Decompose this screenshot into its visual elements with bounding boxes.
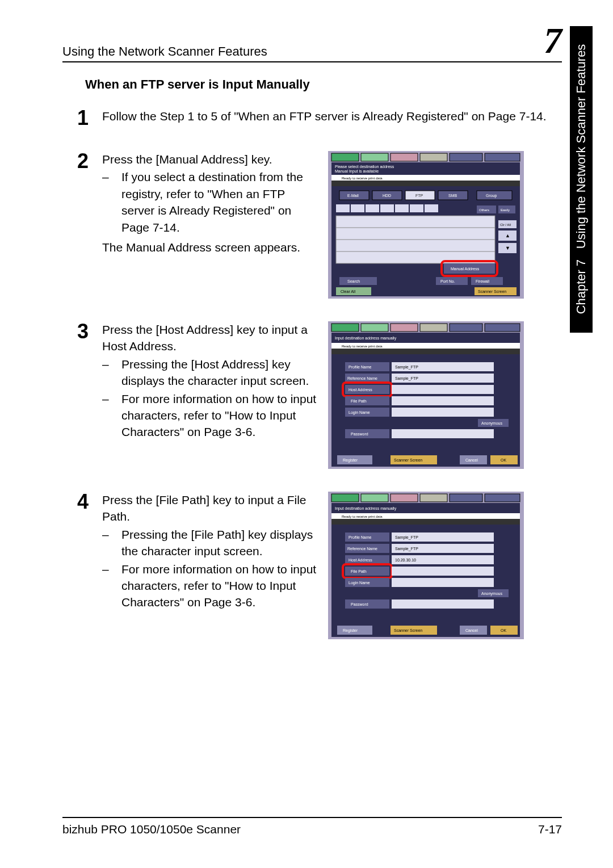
step-4-lead: Press the [File Path] key to input a Fil… xyxy=(102,492,318,525)
step-4-bullet-2: For more information on how to input cha… xyxy=(121,561,318,611)
svg-text:Reference Name: Reference Name xyxy=(347,547,377,551)
svg-rect-68 xyxy=(331,349,520,354)
step-2-tail: The Manual Address screen appears. xyxy=(102,239,318,255)
svg-rect-5 xyxy=(450,153,482,161)
svg-rect-102 xyxy=(331,494,359,502)
svg-text:Cancel: Cancel xyxy=(465,458,478,462)
svg-text:Ready to receive print data: Ready to receive print data xyxy=(342,177,383,180)
screenshot-manual-address: Please select destination address Manual… xyxy=(328,151,524,299)
svg-text:Ready to receive print data: Ready to receive print data xyxy=(342,345,383,348)
step-number: 4 xyxy=(62,492,89,639)
svg-rect-60 xyxy=(391,324,418,332)
svg-text:Manual Address: Manual Address xyxy=(451,267,480,271)
step-number: 1 xyxy=(62,108,89,128)
svg-text:Ready to receive print data: Ready to receive print data xyxy=(342,515,383,518)
svg-text:Anonymous: Anonymous xyxy=(481,592,502,596)
screenshot-file-path: Input destination address manually Ready… xyxy=(328,492,524,639)
svg-rect-6 xyxy=(485,153,520,161)
svg-rect-3 xyxy=(391,153,418,161)
step-3: 3 Press the [Host Address] key to input … xyxy=(62,321,562,469)
svg-rect-58 xyxy=(331,324,359,332)
svg-text:FTP: FTP xyxy=(415,194,423,198)
svg-rect-103 xyxy=(361,494,388,502)
svg-rect-26 xyxy=(380,204,394,212)
svg-text:Input destination address manu: Input destination address manually xyxy=(335,336,397,341)
svg-text:Input destination address manu: Input destination address manually xyxy=(335,506,397,511)
svg-text:Profile Name: Profile Name xyxy=(349,535,372,539)
svg-rect-86 xyxy=(392,408,494,417)
svg-rect-80 xyxy=(392,385,494,394)
svg-text:Sample_FTP: Sample_FTP xyxy=(395,535,418,540)
svg-rect-104 xyxy=(391,494,418,502)
svg-rect-131 xyxy=(392,578,494,587)
svg-text:Clr / All: Clr / All xyxy=(500,223,511,227)
svg-text:OK: OK xyxy=(501,458,506,462)
svg-text:Password: Password xyxy=(351,602,368,606)
svg-text:Register: Register xyxy=(343,458,358,463)
step-2-bullet-1: If you select a destination from the reg… xyxy=(121,169,318,236)
step-1-text: Follow the Step 1 to 5 of "When an FTP s… xyxy=(102,108,547,128)
footer-left: bizhub PRO 1050/1050e Scanner xyxy=(62,823,241,836)
step-3-lead: Press the [Host Address] key to input a … xyxy=(102,321,318,355)
svg-rect-29 xyxy=(425,204,438,212)
page-header: Using the Network Scanner Features 7 xyxy=(62,23,562,62)
svg-rect-83 xyxy=(392,396,494,405)
step-2-lead: Press the [Manual Address] key. xyxy=(102,151,318,167)
screenshot-host-address: Input destination address manually Ready… xyxy=(328,321,524,469)
svg-rect-2 xyxy=(361,153,388,161)
svg-rect-136 xyxy=(392,599,494,609)
svg-rect-59 xyxy=(361,324,388,332)
svg-rect-28 xyxy=(410,204,423,212)
step-4-bullet-1: Pressing the [File Path] key displays th… xyxy=(121,526,318,560)
svg-rect-27 xyxy=(395,204,409,212)
svg-text:Register: Register xyxy=(343,628,358,633)
svg-text:Host Address: Host Address xyxy=(349,558,372,562)
header-title: Using the Network Scanner Features xyxy=(62,44,267,59)
svg-rect-91 xyxy=(392,429,494,438)
svg-rect-62 xyxy=(450,324,482,332)
svg-rect-61 xyxy=(420,324,447,332)
svg-rect-112 xyxy=(331,519,520,525)
svg-text:Others: Others xyxy=(479,208,489,212)
svg-rect-63 xyxy=(485,324,520,332)
svg-rect-25 xyxy=(366,204,379,212)
svg-text:Scanner Screen: Scanner Screen xyxy=(478,290,506,293)
svg-text:Scanner Screen: Scanner Screen xyxy=(394,628,422,632)
side-tab: Chapter 7 Using the Network Scanner Feat… xyxy=(570,26,593,333)
svg-text:Search: Search xyxy=(347,279,360,283)
svg-text:File Path: File Path xyxy=(351,569,367,573)
side-tab-chapter: Chapter 7 xyxy=(574,259,589,315)
svg-text:▲: ▲ xyxy=(505,233,510,238)
step-number: 2 xyxy=(62,151,89,299)
step-1: 1 Follow the Step 1 to 5 of "When an FTP… xyxy=(62,108,562,128)
svg-rect-107 xyxy=(485,494,520,502)
footer-right: 7-17 xyxy=(538,823,562,836)
svg-rect-105 xyxy=(420,494,447,502)
step-number: 3 xyxy=(62,321,89,469)
svg-text:Sample_FTP: Sample_FTP xyxy=(395,547,418,551)
svg-text:Password: Password xyxy=(351,432,368,436)
svg-text:Reference Name: Reference Name xyxy=(347,376,377,380)
svg-text:Port No.: Port No. xyxy=(440,279,455,283)
svg-text:OK: OK xyxy=(501,628,506,632)
svg-text:Sample_FTP: Sample_FTP xyxy=(395,365,418,370)
section-subheading: When an FTP server is Input Manually xyxy=(85,77,562,92)
svg-text:Scanner Screen: Scanner Screen xyxy=(394,458,422,462)
svg-text:File Path: File Path xyxy=(351,399,367,403)
svg-text:E-Mail: E-Mail xyxy=(347,194,359,198)
svg-rect-128 xyxy=(392,567,494,576)
svg-rect-1 xyxy=(331,153,359,161)
svg-text:Cancel: Cancel xyxy=(465,628,478,632)
svg-rect-24 xyxy=(351,204,364,212)
svg-text:Manual Input is available: Manual Input is available xyxy=(335,169,379,174)
step-4: 4 Press the [File Path] key to input a F… xyxy=(62,492,562,639)
step-3-bullet-1: Pressing the [Host Address] key displays… xyxy=(121,356,318,389)
svg-text:▼: ▼ xyxy=(505,245,510,251)
step-3-bullet-2: For more information on how to input cha… xyxy=(121,391,318,441)
svg-text:Easily: Easily xyxy=(501,208,510,212)
svg-text:Login Name: Login Name xyxy=(349,581,370,585)
svg-text:Please select destination addr: Please select destination address xyxy=(335,165,394,169)
svg-rect-4 xyxy=(420,153,447,161)
svg-text:Sample_FTP: Sample_FTP xyxy=(395,376,418,381)
svg-text:Login Name: Login Name xyxy=(349,410,370,415)
